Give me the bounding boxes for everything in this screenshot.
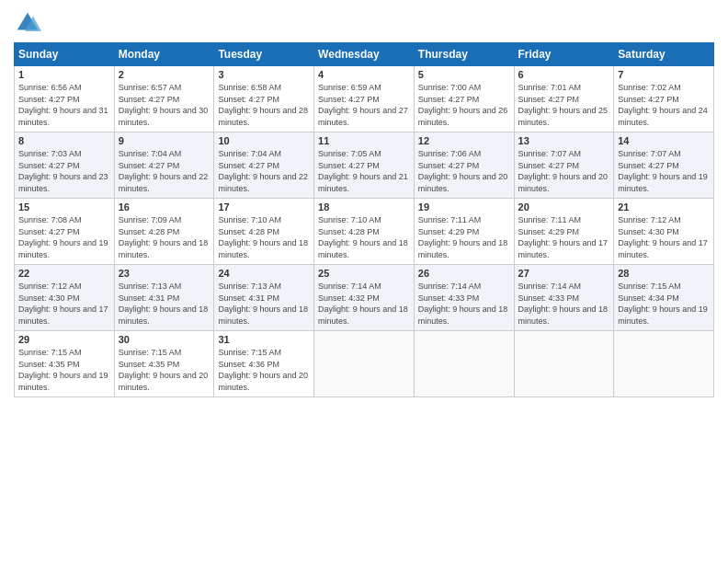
cell-info: Sunrise: 7:09 AMSunset: 4:28 PMDaylight:… xyxy=(119,215,209,259)
calendar-cell: 5 Sunrise: 7:00 AMSunset: 4:27 PMDayligh… xyxy=(414,66,514,132)
day-number: 26 xyxy=(418,268,510,279)
calendar-cell: 21 Sunrise: 7:12 AMSunset: 4:30 PMDaylig… xyxy=(614,199,714,265)
day-header-monday: Monday xyxy=(114,43,214,66)
day-number: 21 xyxy=(618,201,710,213)
logo-icon xyxy=(14,9,41,37)
cell-info: Sunrise: 7:07 AMSunset: 4:27 PMDaylight:… xyxy=(618,149,708,193)
cell-info: Sunrise: 7:00 AMSunset: 4:27 PMDaylight:… xyxy=(418,83,508,127)
calendar-cell: 15 Sunrise: 7:08 AMSunset: 4:27 PMDaylig… xyxy=(15,199,115,265)
calendar-cell: 13 Sunrise: 7:07 AMSunset: 4:27 PMDaylig… xyxy=(514,132,614,199)
calendar-week-row: 29 Sunrise: 7:15 AMSunset: 4:35 PMDaylig… xyxy=(15,331,714,397)
calendar-cell: 30 Sunrise: 7:15 AMSunset: 4:35 PMDaylig… xyxy=(114,331,214,397)
calendar-cell xyxy=(314,331,415,397)
cell-info: Sunrise: 7:05 AMSunset: 4:27 PMDaylight:… xyxy=(318,149,408,193)
calendar-cell: 16 Sunrise: 7:09 AMSunset: 4:28 PMDaylig… xyxy=(114,199,214,265)
day-number: 15 xyxy=(18,201,110,213)
day-header-friday: Friday xyxy=(514,43,614,66)
day-number: 29 xyxy=(18,334,110,345)
day-number: 17 xyxy=(218,201,310,213)
day-number: 14 xyxy=(618,135,710,146)
calendar-cell: 23 Sunrise: 7:13 AMSunset: 4:31 PMDaylig… xyxy=(114,265,214,331)
day-number: 31 xyxy=(218,334,310,345)
day-number: 18 xyxy=(318,201,410,213)
calendar-cell: 28 Sunrise: 7:15 AMSunset: 4:34 PMDaylig… xyxy=(614,265,714,331)
day-number: 28 xyxy=(618,268,710,279)
cell-info: Sunrise: 7:08 AMSunset: 4:27 PMDaylight:… xyxy=(18,215,108,259)
day-number: 22 xyxy=(18,268,110,279)
calendar-cell: 18 Sunrise: 7:10 AMSunset: 4:28 PMDaylig… xyxy=(314,199,415,265)
cell-info: Sunrise: 7:15 AMSunset: 4:35 PMDaylight:… xyxy=(18,348,108,392)
day-number: 16 xyxy=(119,201,210,213)
calendar-cell: 9 Sunrise: 7:04 AMSunset: 4:27 PMDayligh… xyxy=(114,132,214,199)
cell-info: Sunrise: 7:01 AMSunset: 4:27 PMDaylight:… xyxy=(518,83,609,127)
day-number: 12 xyxy=(418,135,510,146)
day-number: 7 xyxy=(618,69,710,80)
cell-info: Sunrise: 7:10 AMSunset: 4:28 PMDaylight:… xyxy=(318,215,408,259)
page-container: SundayMondayTuesdayWednesdayThursdayFrid… xyxy=(0,0,728,407)
cell-info: Sunrise: 6:57 AMSunset: 4:27 PMDaylight:… xyxy=(119,83,209,127)
cell-info: Sunrise: 7:12 AMSunset: 4:30 PMDaylight:… xyxy=(618,215,708,259)
calendar-cell: 11 Sunrise: 7:05 AMSunset: 4:27 PMDaylig… xyxy=(314,132,415,199)
cell-info: Sunrise: 7:07 AMSunset: 4:27 PMDaylight:… xyxy=(518,149,609,193)
day-number: 11 xyxy=(318,135,410,146)
calendar-week-row: 8 Sunrise: 7:03 AMSunset: 4:27 PMDayligh… xyxy=(15,132,714,199)
cell-info: Sunrise: 7:14 AMSunset: 4:33 PMDaylight:… xyxy=(418,282,508,326)
calendar-cell: 2 Sunrise: 6:57 AMSunset: 4:27 PMDayligh… xyxy=(114,66,214,132)
calendar-cell: 19 Sunrise: 7:11 AMSunset: 4:29 PMDaylig… xyxy=(414,199,514,265)
calendar-cell: 17 Sunrise: 7:10 AMSunset: 4:28 PMDaylig… xyxy=(214,199,314,265)
cell-info: Sunrise: 7:11 AMSunset: 4:29 PMDaylight:… xyxy=(418,215,508,259)
cell-info: Sunrise: 7:15 AMSunset: 4:34 PMDaylight:… xyxy=(618,282,708,326)
calendar-cell: 10 Sunrise: 7:04 AMSunset: 4:27 PMDaylig… xyxy=(214,132,314,199)
day-number: 13 xyxy=(518,135,610,146)
day-number: 25 xyxy=(318,268,410,279)
day-number: 4 xyxy=(318,69,410,80)
calendar-cell xyxy=(614,331,714,397)
cell-info: Sunrise: 7:14 AMSunset: 4:32 PMDaylight:… xyxy=(318,282,408,326)
day-number: 19 xyxy=(418,201,510,213)
header xyxy=(14,9,714,37)
calendar-cell: 6 Sunrise: 7:01 AMSunset: 4:27 PMDayligh… xyxy=(514,66,614,132)
day-number: 24 xyxy=(218,268,310,279)
cell-info: Sunrise: 7:11 AMSunset: 4:29 PMDaylight:… xyxy=(518,215,609,259)
cell-info: Sunrise: 7:10 AMSunset: 4:28 PMDaylight:… xyxy=(218,215,308,259)
calendar-cell: 8 Sunrise: 7:03 AMSunset: 4:27 PMDayligh… xyxy=(15,132,115,199)
calendar-cell: 4 Sunrise: 6:59 AMSunset: 4:27 PMDayligh… xyxy=(314,66,415,132)
calendar-cell: 20 Sunrise: 7:11 AMSunset: 4:29 PMDaylig… xyxy=(514,199,614,265)
day-number: 30 xyxy=(119,334,210,345)
cell-info: Sunrise: 7:03 AMSunset: 4:27 PMDaylight:… xyxy=(18,149,108,193)
calendar-cell: 24 Sunrise: 7:13 AMSunset: 4:31 PMDaylig… xyxy=(214,265,314,331)
day-number: 3 xyxy=(218,69,310,80)
cell-info: Sunrise: 6:59 AMSunset: 4:27 PMDaylight:… xyxy=(318,83,408,127)
cell-info: Sunrise: 7:04 AMSunset: 4:27 PMDaylight:… xyxy=(119,149,209,193)
day-number: 6 xyxy=(518,69,610,80)
calendar-cell: 26 Sunrise: 7:14 AMSunset: 4:33 PMDaylig… xyxy=(414,265,514,331)
cell-info: Sunrise: 6:56 AMSunset: 4:27 PMDaylight:… xyxy=(18,83,108,127)
day-header-saturday: Saturday xyxy=(614,43,714,66)
cell-info: Sunrise: 6:58 AMSunset: 4:27 PMDaylight:… xyxy=(218,83,308,127)
calendar-week-row: 22 Sunrise: 7:12 AMSunset: 4:30 PMDaylig… xyxy=(15,265,714,331)
calendar-header-row: SundayMondayTuesdayWednesdayThursdayFrid… xyxy=(15,43,714,66)
calendar-cell: 1 Sunrise: 6:56 AMSunset: 4:27 PMDayligh… xyxy=(15,66,115,132)
calendar-cell: 31 Sunrise: 7:15 AMSunset: 4:36 PMDaylig… xyxy=(214,331,314,397)
day-header-tuesday: Tuesday xyxy=(214,43,314,66)
day-header-sunday: Sunday xyxy=(15,43,115,66)
cell-info: Sunrise: 7:14 AMSunset: 4:33 PMDaylight:… xyxy=(518,282,609,326)
calendar-cell: 7 Sunrise: 7:02 AMSunset: 4:27 PMDayligh… xyxy=(614,66,714,132)
cell-info: Sunrise: 7:15 AMSunset: 4:35 PMDaylight:… xyxy=(119,348,209,392)
calendar-cell: 14 Sunrise: 7:07 AMSunset: 4:27 PMDaylig… xyxy=(614,132,714,199)
day-number: 8 xyxy=(18,135,110,146)
day-number: 20 xyxy=(518,201,610,213)
day-header-thursday: Thursday xyxy=(414,43,514,66)
cell-info: Sunrise: 7:06 AMSunset: 4:27 PMDaylight:… xyxy=(418,149,508,193)
calendar-cell: 3 Sunrise: 6:58 AMSunset: 4:27 PMDayligh… xyxy=(214,66,314,132)
cell-info: Sunrise: 7:15 AMSunset: 4:36 PMDaylight:… xyxy=(218,348,308,392)
day-number: 2 xyxy=(119,69,210,80)
cell-info: Sunrise: 7:13 AMSunset: 4:31 PMDaylight:… xyxy=(119,282,209,326)
calendar-week-row: 1 Sunrise: 6:56 AMSunset: 4:27 PMDayligh… xyxy=(15,66,714,132)
calendar-cell: 29 Sunrise: 7:15 AMSunset: 4:35 PMDaylig… xyxy=(15,331,115,397)
cell-info: Sunrise: 7:02 AMSunset: 4:27 PMDaylight:… xyxy=(618,83,708,127)
day-number: 27 xyxy=(518,268,610,279)
calendar-table: SundayMondayTuesdayWednesdayThursdayFrid… xyxy=(14,42,714,397)
calendar-cell xyxy=(514,331,614,397)
calendar-cell: 25 Sunrise: 7:14 AMSunset: 4:32 PMDaylig… xyxy=(314,265,415,331)
